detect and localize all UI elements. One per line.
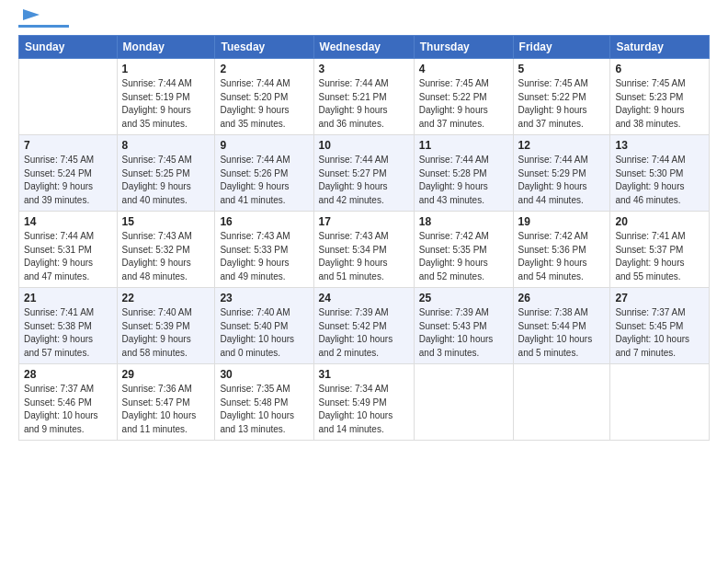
calendar-cell: 3Sunrise: 7:44 AM Sunset: 5:21 PM Daylig… [313,59,414,135]
calendar-cell: 27Sunrise: 7:37 AM Sunset: 5:45 PM Dayli… [610,288,710,364]
day-info: Sunrise: 7:43 AM Sunset: 5:34 PM Dayligh… [319,230,409,283]
calendar-cell: 1Sunrise: 7:44 AM Sunset: 5:19 PM Daylig… [117,59,215,135]
day-number: 26 [518,292,606,304]
logo [18,15,69,28]
day-number: 10 [319,139,409,152]
calendar-cell: 2Sunrise: 7:44 AM Sunset: 5:20 PM Daylig… [215,59,313,135]
header [18,15,710,28]
calendar-cell: 6Sunrise: 7:45 AM Sunset: 5:23 PM Daylig… [610,59,710,135]
col-sunday: Sunday [19,36,118,59]
day-number: 24 [319,292,409,304]
day-number: 20 [615,215,704,228]
day-info: Sunrise: 7:41 AM Sunset: 5:37 PM Dayligh… [615,230,704,283]
day-info: Sunrise: 7:43 AM Sunset: 5:33 PM Dayligh… [220,230,308,283]
day-info: Sunrise: 7:36 AM Sunset: 5:47 PM Dayligh… [122,383,210,436]
day-info: Sunrise: 7:44 AM Sunset: 5:26 PM Dayligh… [220,154,308,207]
day-info: Sunrise: 7:37 AM Sunset: 5:45 PM Dayligh… [615,306,704,360]
day-number: 14 [24,215,112,228]
day-info: Sunrise: 7:34 AM Sunset: 5:49 PM Dayligh… [319,383,409,436]
calendar-cell: 7Sunrise: 7:45 AM Sunset: 5:24 PM Daylig… [19,135,118,212]
day-number: 31 [319,368,409,381]
day-info: Sunrise: 7:44 AM Sunset: 5:20 PM Dayligh… [220,77,308,131]
day-number: 8 [122,139,210,152]
day-info: Sunrise: 7:44 AM Sunset: 5:31 PM Dayligh… [24,230,112,283]
day-number: 3 [319,63,409,75]
calendar-week-row: 21Sunrise: 7:41 AM Sunset: 5:38 PM Dayli… [19,288,710,364]
day-number: 29 [122,368,210,381]
col-thursday: Thursday [414,36,513,59]
day-number: 30 [220,368,308,381]
calendar-cell: 22Sunrise: 7:40 AM Sunset: 5:39 PM Dayli… [117,288,215,364]
day-info: Sunrise: 7:37 AM Sunset: 5:46 PM Dayligh… [24,383,112,436]
page: Sunday Monday Tuesday Wednesday Thursday… [0,0,728,563]
day-info: Sunrise: 7:44 AM Sunset: 5:27 PM Dayligh… [319,154,409,207]
day-info: Sunrise: 7:39 AM Sunset: 5:42 PM Dayligh… [319,306,409,360]
day-info: Sunrise: 7:40 AM Sunset: 5:39 PM Dayligh… [122,306,210,360]
calendar-cell: 18Sunrise: 7:42 AM Sunset: 5:35 PM Dayli… [414,212,513,288]
day-info: Sunrise: 7:45 AM Sunset: 5:22 PM Dayligh… [419,77,508,131]
calendar-cell: 30Sunrise: 7:35 AM Sunset: 5:48 PM Dayli… [215,364,313,441]
day-number: 17 [319,215,409,228]
calendar-cell: 28Sunrise: 7:37 AM Sunset: 5:46 PM Dayli… [19,364,118,441]
day-number: 11 [419,139,508,152]
col-friday: Friday [513,36,610,59]
calendar-header-row: Sunday Monday Tuesday Wednesday Thursday… [19,36,710,59]
calendar-cell: 10Sunrise: 7:44 AM Sunset: 5:27 PM Dayli… [313,135,414,212]
day-number: 1 [122,63,210,75]
day-number: 4 [419,63,508,75]
calendar-cell: 8Sunrise: 7:45 AM Sunset: 5:25 PM Daylig… [117,135,215,212]
calendar-cell: 31Sunrise: 7:34 AM Sunset: 5:49 PM Dayli… [313,364,414,441]
day-info: Sunrise: 7:44 AM Sunset: 5:29 PM Dayligh… [518,154,606,207]
calendar-table: Sunday Monday Tuesday Wednesday Thursday… [18,35,710,441]
calendar-cell [19,59,118,135]
calendar-cell: 13Sunrise: 7:44 AM Sunset: 5:30 PM Dayli… [610,135,710,212]
calendar-cell [513,364,610,441]
day-info: Sunrise: 7:44 AM Sunset: 5:19 PM Dayligh… [122,77,210,131]
col-tuesday: Tuesday [215,36,313,59]
calendar-week-row: 28Sunrise: 7:37 AM Sunset: 5:46 PM Dayli… [19,364,710,441]
calendar-cell: 21Sunrise: 7:41 AM Sunset: 5:38 PM Dayli… [19,288,118,364]
day-info: Sunrise: 7:42 AM Sunset: 5:36 PM Dayligh… [518,230,606,283]
day-number: 2 [220,63,308,75]
day-number: 15 [122,215,210,228]
calendar-week-row: 1Sunrise: 7:44 AM Sunset: 5:19 PM Daylig… [19,59,710,135]
calendar-cell: 14Sunrise: 7:44 AM Sunset: 5:31 PM Dayli… [19,212,118,288]
day-number: 9 [220,139,308,152]
day-info: Sunrise: 7:41 AM Sunset: 5:38 PM Dayligh… [24,306,112,360]
day-info: Sunrise: 7:45 AM Sunset: 5:22 PM Dayligh… [518,77,606,131]
day-info: Sunrise: 7:45 AM Sunset: 5:25 PM Dayligh… [122,154,210,207]
day-number: 27 [615,292,704,304]
calendar-cell: 5Sunrise: 7:45 AM Sunset: 5:22 PM Daylig… [513,59,610,135]
svg-marker-0 [23,9,40,20]
calendar-cell: 17Sunrise: 7:43 AM Sunset: 5:34 PM Dayli… [313,212,414,288]
calendar-cell: 23Sunrise: 7:40 AM Sunset: 5:40 PM Dayli… [215,288,313,364]
day-number: 25 [419,292,508,304]
calendar-cell: 12Sunrise: 7:44 AM Sunset: 5:29 PM Dayli… [513,135,610,212]
day-info: Sunrise: 7:39 AM Sunset: 5:43 PM Dayligh… [419,306,508,360]
calendar-cell: 4Sunrise: 7:45 AM Sunset: 5:22 PM Daylig… [414,59,513,135]
calendar-cell: 19Sunrise: 7:42 AM Sunset: 5:36 PM Dayli… [513,212,610,288]
day-info: Sunrise: 7:44 AM Sunset: 5:21 PM Dayligh… [319,77,409,131]
day-info: Sunrise: 7:35 AM Sunset: 5:48 PM Dayligh… [220,383,308,436]
day-number: 7 [24,139,112,152]
day-number: 16 [220,215,308,228]
calendar-cell: 11Sunrise: 7:44 AM Sunset: 5:28 PM Dayli… [414,135,513,212]
calendar-cell: 15Sunrise: 7:43 AM Sunset: 5:32 PM Dayli… [117,212,215,288]
calendar-week-row: 7Sunrise: 7:45 AM Sunset: 5:24 PM Daylig… [19,135,710,212]
calendar-cell: 24Sunrise: 7:39 AM Sunset: 5:42 PM Dayli… [313,288,414,364]
calendar-cell: 16Sunrise: 7:43 AM Sunset: 5:33 PM Dayli… [215,212,313,288]
day-number: 28 [24,368,112,381]
day-number: 22 [122,292,210,304]
calendar-cell: 9Sunrise: 7:44 AM Sunset: 5:26 PM Daylig… [215,135,313,212]
calendar-cell [414,364,513,441]
day-info: Sunrise: 7:40 AM Sunset: 5:40 PM Dayligh… [220,306,308,360]
calendar-cell: 20Sunrise: 7:41 AM Sunset: 5:37 PM Dayli… [610,212,710,288]
logo-underline [18,25,69,28]
calendar-cell [610,364,710,441]
day-number: 18 [419,215,508,228]
day-info: Sunrise: 7:43 AM Sunset: 5:32 PM Dayligh… [122,230,210,283]
day-info: Sunrise: 7:45 AM Sunset: 5:23 PM Dayligh… [615,77,704,131]
logo-flag-icon [21,7,41,24]
day-info: Sunrise: 7:44 AM Sunset: 5:28 PM Dayligh… [419,154,508,207]
day-number: 21 [24,292,112,304]
